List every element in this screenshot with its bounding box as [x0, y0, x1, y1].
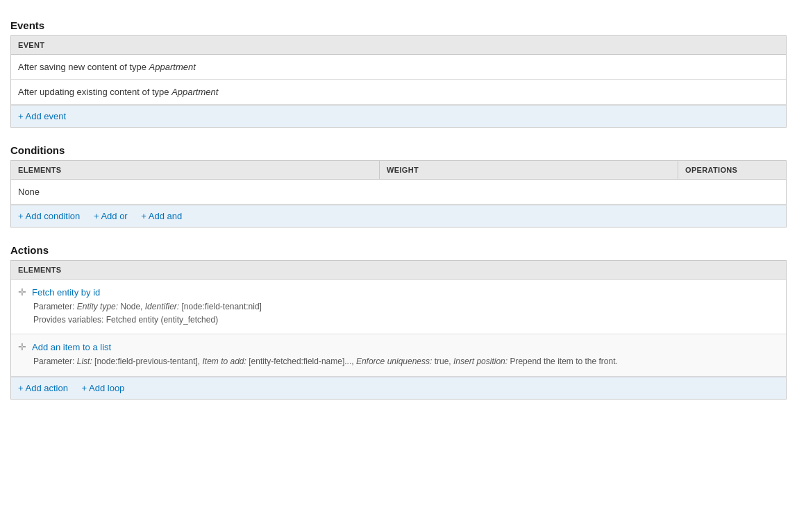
events-header-label: EVENT	[18, 41, 44, 49]
events-table: EVENT After saving new content of type A…	[10, 35, 787, 128]
param-entity-type-value: Node,	[118, 302, 145, 311]
conditions-col-operations: OPERATIONS	[678, 161, 786, 179]
actions-header: ELEMENTS	[11, 261, 786, 280]
actions-title: Actions	[10, 244, 787, 256]
conditions-col-elements: ELEMENTS	[11, 161, 379, 179]
param-item-to-add-value: [entity-fetched:field-name]...,	[246, 357, 356, 366]
param-identifier-value: [node:field-tenant:nid]	[179, 302, 262, 311]
conditions-header: ELEMENTS WEIGHT OPERATIONS	[11, 161, 786, 180]
param-label-parameter-1: Parameter:	[33, 302, 77, 311]
actions-add-row: + Add action + Add loop	[11, 377, 786, 399]
event-row-2-prefix: After updating existing content of type	[18, 87, 171, 97]
events-header: EVENT	[11, 36, 786, 55]
add-loop-link[interactable]: + Add loop	[82, 383, 125, 393]
param-item-to-add-label: Item to add:	[202, 357, 246, 366]
event-row-2: After updating existing content of type …	[11, 80, 786, 105]
action-row-1-title-row: ✛ Fetch entity by id	[18, 286, 779, 298]
action-row-1: ✛ Fetch entity by id Parameter: Entity t…	[11, 280, 786, 334]
param-entity-type-label: Entity type:	[77, 302, 118, 311]
action-row-2-params: Parameter: List: [node:field-previous-te…	[18, 355, 779, 368]
param-list-value: [node:field-previous-tentant],	[92, 357, 203, 366]
add-item-to-list-link[interactable]: Add an item to a list	[32, 342, 111, 352]
add-condition-link[interactable]: + Add condition	[18, 211, 80, 221]
conditions-title: Conditions	[10, 144, 787, 156]
param-enforce-uniqueness-value: true,	[432, 357, 453, 366]
add-and-link[interactable]: + Add and	[141, 211, 182, 221]
conditions-table: ELEMENTS WEIGHT OPERATIONS None + Add co…	[10, 160, 787, 228]
drag-handle-1[interactable]: ✛	[18, 286, 26, 298]
param-insert-position-label: Insert position:	[453, 357, 507, 366]
add-action-link[interactable]: + Add action	[18, 383, 68, 393]
event-row-1-prefix: After saving new content of type	[18, 62, 149, 72]
action-row-2: ✛ Add an item to a list Parameter: List:…	[11, 334, 786, 376]
event-row-2-text: After updating existing content of type …	[18, 87, 218, 97]
param-identifier-label: Identifier:	[145, 302, 179, 311]
conditions-none: None	[11, 180, 786, 205]
add-event-link[interactable]: + Add event	[18, 111, 66, 121]
events-section: Events EVENT After saving new content of…	[10, 19, 787, 128]
drag-handle-2[interactable]: ✛	[18, 341, 26, 352]
add-or-link[interactable]: + Add or	[94, 211, 128, 221]
event-row-2-italic: Appartment	[171, 87, 218, 97]
param-provides-variables: Provides variables: Fetched entity (enti…	[33, 315, 218, 325]
fetch-entity-link[interactable]: Fetch entity by id	[32, 287, 100, 298]
actions-section: Actions ELEMENTS ✛ Fetch entity by id Pa…	[10, 244, 787, 400]
actions-header-label: ELEMENTS	[18, 266, 62, 274]
conditions-section: Conditions ELEMENTS WEIGHT OPERATIONS No…	[10, 144, 787, 228]
param-label-parameter-2: Parameter:	[33, 357, 77, 366]
conditions-add-row: + Add condition + Add or + Add and	[11, 205, 786, 227]
param-insert-position-value: Prepend the item to the front.	[507, 357, 618, 366]
conditions-col-weight: WEIGHT	[379, 161, 678, 179]
actions-table: ELEMENTS ✛ Fetch entity by id Parameter:…	[10, 260, 787, 400]
action-row-1-params: Parameter: Entity type: Node, Identifier…	[18, 300, 779, 327]
event-row-1-text: After saving new content of type Appartm…	[18, 62, 196, 72]
events-title: Events	[10, 19, 787, 31]
event-row-1-italic: Appartment	[149, 62, 196, 72]
action-row-2-title-row: ✛ Add an item to a list	[18, 341, 779, 352]
param-enforce-uniqueness-label: Enforce uniqueness:	[356, 357, 432, 366]
param-list-label: List:	[77, 357, 92, 366]
event-row-1: After saving new content of type Appartm…	[11, 55, 786, 80]
events-add-row: + Add event	[11, 105, 786, 127]
